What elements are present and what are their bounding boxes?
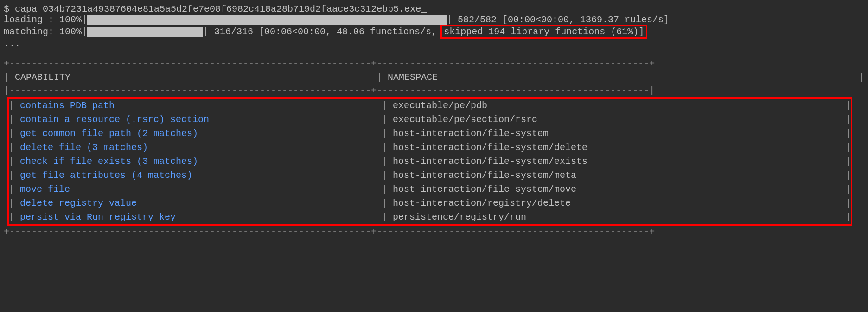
matching-progress-bar [87, 27, 203, 37]
capability-table: +---------------------------------------… [4, 58, 864, 239]
table-pipe: | [840, 99, 851, 113]
capability-cell: get file attributes (4 matches) [20, 169, 382, 182]
table-pipe: | [382, 155, 393, 169]
table-pipe: | [382, 127, 393, 141]
matching-line: matching: 100%|| 316/316 [00:06<00:00, 4… [4, 25, 864, 39]
table-row: | delete registry value| host-interactio… [9, 196, 851, 210]
table-pipe: | [840, 210, 851, 224]
table-row: | get file attributes (4 matches)| host-… [9, 169, 851, 182]
table-row: | get common file path (2 matches)| host… [9, 127, 851, 141]
table-pipe: | [840, 113, 851, 127]
table-row: | contain a resource (.rsrc) section| ex… [9, 113, 851, 127]
table-pipe: | [9, 141, 20, 155]
table-row: | check if file exists (3 matches)| host… [9, 155, 851, 169]
table-row: | contains PDB path| executable/pe/pdb | [9, 99, 851, 113]
table-pipe: | [9, 113, 20, 127]
matching-label: matching: 100%| [4, 26, 87, 37]
ellipsis: ... [4, 39, 864, 49]
command-line: $ capa 034b7231a49387604e81a5a5d2fe7e08f… [4, 4, 864, 14]
table-row: | persist via Run registry key| persiste… [9, 210, 851, 224]
capability-cell: move file [20, 182, 382, 196]
capability-cell: contain a resource (.rsrc) section [20, 113, 382, 127]
table-pipe: | [9, 99, 20, 113]
table-top-border: +---------------------------------------… [4, 58, 864, 71]
header-capability: CAPABILITY [15, 71, 377, 84]
loading-stats: | 582/582 [00:00<00:00, 1369.37 rules/s] [447, 14, 669, 25]
namespace-cell: host-interaction/file-system/delete [393, 141, 840, 155]
table-row: | delete file (3 matches)| host-interact… [9, 141, 851, 155]
namespace-cell: executable/pe/pdb [393, 99, 840, 113]
table-pipe: | [382, 141, 393, 155]
capability-cell: delete file (3 matches) [20, 141, 382, 155]
namespace-cell: host-interaction/registry/delete [393, 196, 840, 210]
table-pipe: | [377, 71, 388, 84]
capability-cell: check if file exists (3 matches) [20, 155, 382, 169]
table-pipe: | [840, 182, 851, 196]
namespace-cell: host-interaction/file-system/move [393, 182, 840, 196]
matching-stats-highlighted: skipped 194 library functions (61%)] [440, 25, 647, 39]
table-header: | CAPABILITY| NAMESPACE | [4, 71, 864, 84]
table-pipe: | [9, 182, 20, 196]
table-pipe: | [853, 71, 864, 84]
table-pipe: | [840, 169, 851, 182]
loading-progress-bar [87, 15, 447, 25]
table-row: | move file| host-interaction/file-syste… [9, 182, 851, 196]
matching-stats-pre: | 316/316 [00:06<00:00, 48.06 functions/… [203, 26, 442, 37]
command-text: capa 034b7231a49387604e81a5a5d2fe7e08f69… [15, 4, 421, 14]
prompt-symbol: $ [4, 4, 15, 14]
capability-cell: get common file path (2 matches) [20, 127, 382, 141]
table-body-highlight: | contains PDB path| executable/pe/pdb |… [7, 98, 852, 226]
capability-cell: persist via Run registry key [20, 210, 382, 224]
namespace-cell: persistence/registry/run [393, 210, 840, 224]
table-bottom-border: +---------------------------------------… [4, 226, 864, 239]
table-pipe: | [9, 169, 20, 182]
loading-label: loading : 100%| [4, 14, 87, 25]
table-pipe: | [382, 182, 393, 196]
table-pipe: | [4, 71, 15, 84]
capability-cell: contains PDB path [20, 99, 382, 113]
namespace-cell: host-interaction/file-system [393, 127, 840, 141]
table-pipe: | [9, 127, 20, 141]
header-namespace: NAMESPACE [388, 71, 853, 84]
table-pipe: | [9, 155, 20, 169]
namespace-cell: executable/pe/section/rsrc [393, 113, 840, 127]
table-pipe: | [382, 169, 393, 182]
table-header-divider: |---------------------------------------… [4, 84, 864, 98]
table-pipe: | [382, 196, 393, 210]
table-pipe: | [840, 141, 851, 155]
table-pipe: | [382, 99, 393, 113]
table-pipe: | [382, 210, 393, 224]
table-pipe: | [9, 210, 20, 224]
capability-cell: delete registry value [20, 196, 382, 210]
namespace-cell: host-interaction/file-system/exists [393, 155, 840, 169]
table-pipe: | [840, 127, 851, 141]
loading-line: loading : 100%|| 582/582 [00:00<00:00, 1… [4, 14, 864, 25]
table-pipe: | [840, 155, 851, 169]
table-pipe: | [840, 196, 851, 210]
table-pipe: | [382, 113, 393, 127]
cursor: _ [421, 4, 427, 14]
table-pipe: | [9, 196, 20, 210]
namespace-cell: host-interaction/file-system/meta [393, 169, 840, 182]
table-body: | contains PDB path| executable/pe/pdb |… [9, 99, 851, 224]
